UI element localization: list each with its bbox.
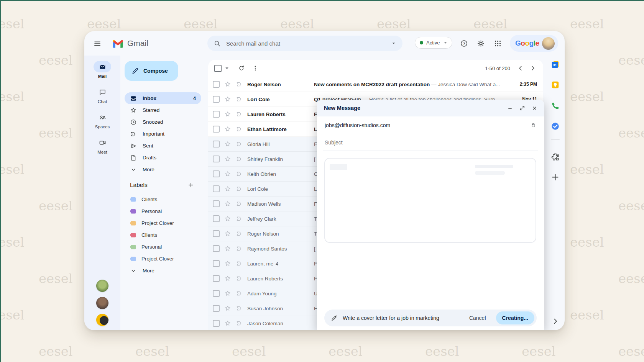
label-item-personal[interactable]: Personal (125, 241, 201, 253)
row-checkbox[interactable] (213, 96, 220, 103)
importance-marker-icon[interactable] (236, 185, 243, 192)
row-checkbox[interactable] (213, 200, 220, 207)
row-checkbox[interactable] (213, 305, 220, 312)
star-icon[interactable] (224, 245, 231, 252)
star-icon[interactable] (224, 275, 231, 282)
importance-marker-icon[interactable] (236, 260, 243, 267)
rail-item-spaces[interactable]: Spaces (84, 111, 120, 129)
importance-marker-icon[interactable] (236, 200, 243, 207)
row-checkbox[interactable] (213, 156, 220, 162)
row-checkbox[interactable] (213, 245, 220, 252)
row-checkbox[interactable] (213, 141, 220, 147)
row-checkbox[interactable] (213, 81, 220, 88)
labels-more[interactable]: More (125, 265, 201, 277)
label-item-personal[interactable]: Personal (125, 205, 201, 217)
star-icon[interactable] (224, 126, 231, 133)
voice-icon[interactable] (550, 101, 560, 111)
contact-avatar-green[interactable] (96, 280, 108, 292)
star-icon[interactable] (224, 170, 231, 177)
sidebar-item-inbox[interactable]: Inbox 4 (125, 92, 201, 104)
rail-item-mail[interactable]: Mail (84, 61, 120, 79)
search-bar[interactable] (207, 36, 402, 51)
select-all-checkbox[interactable] (214, 65, 222, 72)
keep-icon[interactable] (550, 80, 560, 90)
importance-marker-icon[interactable] (236, 305, 243, 312)
subject-field[interactable]: Subject (323, 134, 538, 151)
star-icon[interactable] (224, 215, 231, 222)
gmail-logo[interactable]: Gmail (112, 39, 148, 48)
label-item-clients[interactable]: Clients (125, 229, 201, 241)
email-row[interactable]: Roger Nelson New comments on MCR2022 dra… (208, 77, 543, 92)
label-item-project-clover[interactable]: Project Clover (125, 217, 201, 229)
row-checkbox[interactable] (213, 126, 220, 133)
label-item-clients[interactable]: Clients (125, 193, 201, 205)
star-icon[interactable] (224, 200, 231, 207)
star-icon[interactable] (224, 96, 231, 103)
search-options-button[interactable] (388, 38, 399, 49)
expand-icon[interactable] (519, 105, 525, 111)
add-label-button[interactable] (187, 182, 194, 188)
refresh-button[interactable] (238, 65, 245, 72)
apps-grid-button[interactable] (490, 36, 505, 51)
rail-item-meet[interactable]: Meet (84, 137, 120, 154)
importance-marker-icon[interactable] (236, 81, 243, 88)
label-item-project-clover[interactable]: Project Clover (125, 253, 201, 265)
star-icon[interactable] (224, 111, 231, 118)
google-account-pill[interactable]: Google (510, 35, 558, 52)
help-button[interactable]: ? (456, 36, 472, 51)
star-icon[interactable] (224, 156, 231, 162)
tasks-icon[interactable] (550, 121, 560, 131)
sidebar-item-sent[interactable]: Sent (125, 140, 201, 152)
main-menu-button[interactable] (90, 36, 105, 51)
importance-marker-icon[interactable] (236, 290, 243, 297)
importance-marker-icon[interactable] (236, 320, 243, 327)
sidebar-item-snoozed[interactable]: Snoozed (125, 116, 201, 128)
importance-marker-icon[interactable] (236, 170, 243, 177)
row-checkbox[interactable] (213, 260, 220, 267)
star-icon[interactable] (224, 290, 231, 297)
importance-marker-icon[interactable] (236, 230, 243, 237)
pencil-spark-icon[interactable] (330, 314, 338, 322)
side-panel-collapse-button[interactable] (551, 317, 559, 325)
importance-marker-icon[interactable] (236, 141, 243, 147)
addons-icon[interactable] (550, 152, 560, 162)
importance-marker-icon[interactable] (236, 245, 243, 252)
star-icon[interactable] (224, 320, 231, 327)
row-checkbox[interactable] (213, 185, 220, 192)
rail-item-chat[interactable]: Chat (84, 86, 120, 104)
cancel-button[interactable]: Cancel (464, 315, 491, 321)
select-options-caret[interactable] (223, 65, 230, 72)
importance-marker-icon[interactable] (236, 126, 243, 133)
settings-button[interactable] (473, 36, 488, 51)
importance-marker-icon[interactable] (236, 156, 243, 162)
star-icon[interactable] (224, 305, 231, 312)
more-options-button[interactable] (252, 65, 259, 72)
lock-icon[interactable] (530, 122, 537, 128)
row-checkbox[interactable] (213, 320, 220, 327)
row-checkbox[interactable] (213, 290, 220, 297)
star-icon[interactable] (224, 81, 231, 88)
sidebar-item-drafts[interactable]: Drafts (125, 152, 201, 164)
newer-page-button[interactable] (517, 65, 524, 72)
status-selector[interactable]: Active (415, 37, 452, 49)
row-checkbox[interactable] (213, 230, 220, 237)
profile-avatar[interactable] (542, 37, 555, 50)
calendar-icon[interactable]: 31 (550, 60, 560, 69)
row-checkbox[interactable] (213, 111, 220, 118)
star-icon[interactable] (224, 185, 231, 192)
importance-marker-icon[interactable] (236, 96, 243, 103)
sidebar-item-important[interactable]: Important (125, 128, 201, 140)
contact-avatar-yellow[interactable] (96, 314, 108, 326)
recipient-field[interactable]: jobs@diffusion-studios.com (323, 116, 538, 134)
star-icon[interactable] (224, 230, 231, 237)
creating-button[interactable]: Creating... (496, 311, 534, 324)
minimize-icon[interactable] (507, 105, 513, 111)
star-icon[interactable] (224, 260, 231, 267)
sidebar-item-starred[interactable]: Starred (125, 104, 201, 116)
plus-icon[interactable] (550, 172, 560, 182)
row-checkbox[interactable] (213, 275, 220, 282)
importance-marker-icon[interactable] (236, 215, 243, 222)
contact-avatar-brown[interactable] (96, 297, 108, 309)
older-page-button[interactable] (529, 65, 536, 72)
compose-button[interactable]: Compose (125, 61, 178, 81)
